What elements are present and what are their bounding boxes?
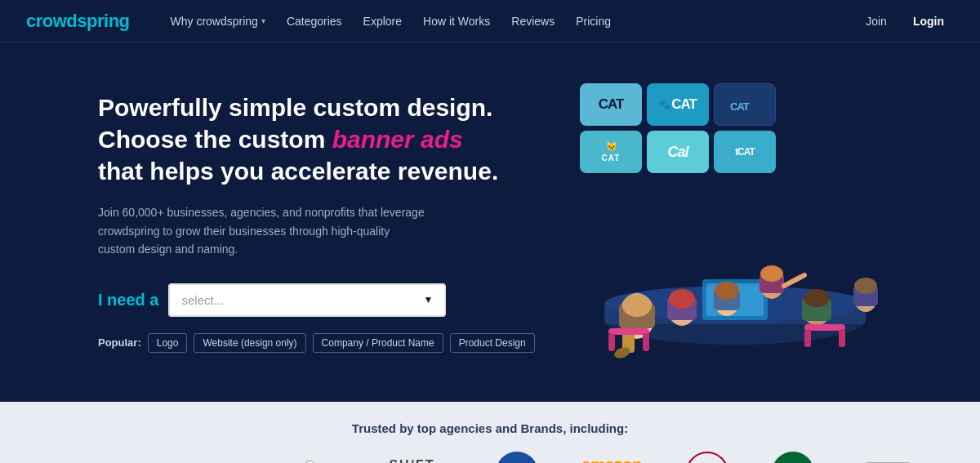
nav-how-it-works[interactable]: How it Works [415,10,498,33]
logo-cards: CAT 🐾CAT CAT 🐱CAT Cal tCAT [580,83,841,173]
trusted-bar: Trusted by top agencies and Brands, incl… [0,402,980,463]
nav-why-crowdspring[interactable]: Why crowdspring ▾ [163,10,274,33]
svg-rect-28 [608,333,615,351]
popular-label: Popular: [98,336,141,349]
popular-tag-website[interactable]: Website (design only) [194,333,305,353]
svg-text:CAT: CAT [730,100,750,113]
popular-row: Popular: Logo Website (design only) Comp… [98,333,539,353]
logo-card-2: 🐾CAT [647,83,709,126]
svg-point-13 [669,289,695,309]
nav-reviews[interactable]: Reviews [503,10,563,33]
nav-explore[interactable]: Explore [355,10,410,33]
logo-card-1: CAT [580,83,642,126]
hero-content: Powerfully simple custom design. Choose … [98,91,539,352]
brand-amazon[interactable]: amazon [581,456,642,463]
svg-point-8 [622,294,652,317]
svg-rect-32 [839,329,845,347]
join-button[interactable]: Join [856,10,897,33]
chevron-down-icon: ▾ [261,16,265,25]
svg-point-23 [804,289,830,307]
site-logo[interactable]: crowdspring [26,11,130,32]
people-scene-svg [564,165,906,361]
hero-highlight: banner ads [332,126,463,153]
brand-starbucks[interactable]: ⭐SBX [772,452,814,463]
service-select[interactable]: select... ▼ [168,283,446,317]
navbar: crowdspring Why crowdspring ▾ Categories… [0,0,980,42]
brand-pg[interactable]: P&G [496,452,538,463]
hero-heading: Powerfully simple custom design. Choose … [98,91,539,187]
popular-tag-company[interactable]: Company / Product Name [313,333,443,353]
svg-point-26 [854,278,877,294]
brand-logos: FCB FOOTE CONE & BELDING CP+B 🐑 SH/FT CO… [49,452,931,463]
svg-point-16 [715,282,739,300]
svg-rect-27 [608,328,649,335]
nav-auth: Join Login [856,10,954,33]
i-need-a-label: I need a [98,291,158,309]
hero-section: Powerfully simple custom design. Choose … [0,42,980,402]
svg-point-19 [760,265,783,282]
brand-sheep-icon[interactable]: 🐑 [300,460,328,464]
popular-tag-logo[interactable]: Logo [148,333,188,353]
login-button[interactable]: Login [903,10,954,33]
brand-shift[interactable]: SH/FT COMMUNICATIONS [372,457,452,463]
hero-subtext: Join 60,000+ businesses, agencies, and n… [98,203,425,258]
hero-selector: I need a select... ▼ [98,283,539,317]
svg-rect-29 [643,333,649,351]
illustration-wrapper: CAT 🐾CAT CAT 🐱CAT Cal tCAT [564,83,890,361]
hero-illustration: CAT 🐾CAT CAT 🐱CAT Cal tCAT [539,75,915,369]
select-placeholder: select... [181,293,224,307]
nav-links: Why crowdspring ▾ Categories Explore How… [163,10,857,33]
logo-card-3: CAT [714,83,776,126]
brand-lg[interactable]: LG [686,452,728,463]
brand-fcb[interactable]: FCB FOOTE CONE & BELDING [63,460,169,464]
svg-line-20 [784,275,804,286]
trusted-title: Trusted by top agencies and Brands, incl… [49,421,931,435]
popular-tag-product-design[interactable]: Product Design [450,333,535,353]
svg-rect-30 [804,324,845,331]
svg-rect-31 [804,329,811,347]
nav-pricing[interactable]: Pricing [568,10,619,33]
chevron-down-icon: ▼ [424,294,434,305]
nav-categories[interactable]: Categories [278,10,350,33]
